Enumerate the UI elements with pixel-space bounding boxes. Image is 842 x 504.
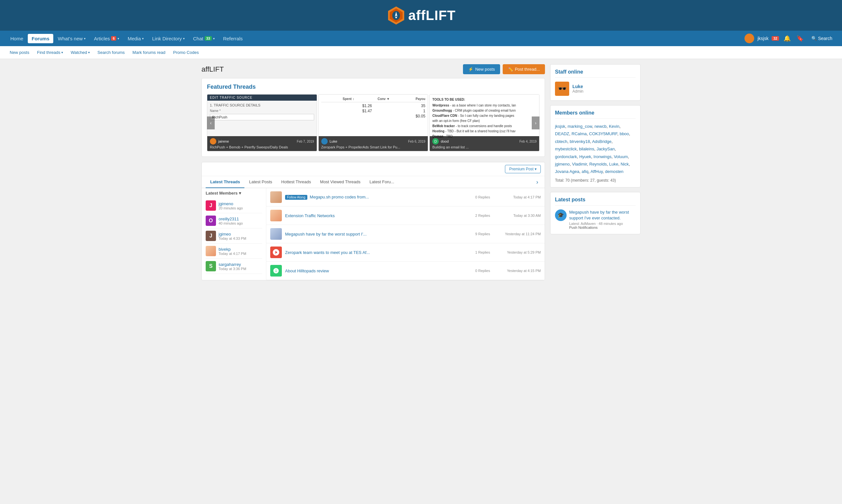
member-name-0[interactable]: jgimeno bbox=[218, 201, 262, 206]
featured-card-1[interactable]: EDIT TRAFFIC SOURCE 1. TRAFFIC SOURCE DE… bbox=[207, 94, 317, 151]
nav-whats-new[interactable]: What's new ▾ bbox=[54, 34, 89, 43]
staff-member-0: 🕶️ Luke Admin bbox=[555, 82, 636, 96]
nav-referrals[interactable]: Referrals bbox=[219, 34, 247, 43]
online-member-jackysan[interactable]: JackySan bbox=[597, 146, 615, 151]
member-name-1[interactable]: oreilly2311 bbox=[218, 216, 262, 221]
online-member-bboo[interactable]: bboo bbox=[619, 131, 629, 136]
online-member-demosten[interactable]: demosten bbox=[605, 169, 624, 174]
premium-post-button[interactable]: Premium Post ▾ bbox=[505, 165, 541, 173]
staff-name-0[interactable]: Luke bbox=[573, 84, 583, 89]
thread-title-3[interactable]: Zeropark team wants to meet you at TES A… bbox=[285, 250, 467, 255]
thread-thumb-3 bbox=[270, 247, 282, 258]
members-header[interactable]: Latest Members ▾ bbox=[206, 191, 262, 196]
card3-line1: Wordpress - as a base where I can store … bbox=[432, 103, 537, 108]
tab-latest-forums[interactable]: Latest Foru... bbox=[365, 176, 399, 188]
featured-cards: ‹ EDIT TRAFFIC SOURCE 1. TRAFFIC SOURCE … bbox=[207, 94, 540, 151]
card2-footer: Luke Feb 6, 2019 Zeropark Pops + Propell… bbox=[319, 136, 428, 151]
post-thread-button[interactable]: ✏️ Post thread... bbox=[503, 64, 545, 74]
nav-home[interactable]: Home bbox=[6, 34, 27, 43]
sub-nav-promo-codes[interactable]: Promo Codes bbox=[170, 49, 202, 56]
staff-online-card: Staff online 🕶️ Luke Admin bbox=[550, 64, 641, 101]
online-member-hyuek[interactable]: Hyuek bbox=[579, 154, 591, 159]
nav-media[interactable]: Media ▾ bbox=[124, 34, 147, 43]
online-member-afiq[interactable]: afiq bbox=[581, 169, 588, 174]
thread-replies-4: 0 Replies bbox=[470, 269, 495, 273]
card2-col1: Spent ↕ bbox=[321, 97, 354, 101]
online-member-voluum[interactable]: Voluum bbox=[614, 154, 628, 159]
online-member-marking_cow[interactable]: marking_cow bbox=[567, 124, 592, 129]
member-name-4[interactable]: sargaharrey bbox=[218, 262, 262, 267]
notification-badge: 32 bbox=[772, 36, 779, 41]
online-member-adsbridge[interactable]: AdsBridge bbox=[592, 139, 612, 144]
tab-latest-threads[interactable]: Latest Threads bbox=[206, 176, 244, 188]
online-member-vladimir[interactable]: Vladimir bbox=[572, 162, 587, 166]
new-posts-button[interactable]: ⚡ New posts bbox=[463, 64, 500, 74]
thread-time-3: Yesterday at 5:29 PM bbox=[499, 250, 541, 254]
featured-card-3[interactable]: TOOLS TO BE USED: Wordpress - as a base … bbox=[429, 94, 540, 151]
online-member-jgimeno[interactable]: jgimeno bbox=[555, 162, 570, 166]
tab-more-button[interactable]: › bbox=[534, 178, 541, 187]
member-time-4: Today at 3:36 PM bbox=[218, 267, 262, 271]
online-member-blrvenky18[interactable]: blrvenky18 bbox=[570, 139, 590, 144]
thread-replies-0: 0 Replies bbox=[470, 195, 495, 199]
tab-most-viewed[interactable]: Most Viewed Threads bbox=[315, 176, 365, 188]
members-header-label: Latest Members bbox=[206, 191, 238, 196]
sub-nav-watched[interactable]: Watched ▾ bbox=[68, 49, 93, 56]
card3-user-avatar: D bbox=[432, 138, 439, 145]
nav-articles[interactable]: Articles 6 ▾ bbox=[90, 34, 123, 43]
online-member-deadz[interactable]: DEADZ bbox=[555, 131, 569, 136]
online-member-cok3y5murf[interactable]: COK3Y5MURF bbox=[589, 131, 617, 136]
bookmark-icon[interactable]: 🔖 bbox=[795, 34, 805, 43]
sub-nav-find-threads[interactable]: Find threads ▾ bbox=[34, 49, 66, 56]
online-member-ironwings[interactable]: Ironwings bbox=[593, 154, 612, 159]
thread-time-0: Today at 4:17 PM bbox=[499, 195, 541, 199]
thread-title-0[interactable]: Follow Along Megapu.sh promo codes from.… bbox=[285, 195, 467, 200]
latest-post-text-0: Megapush have by far the worst support I… bbox=[569, 210, 636, 229]
thread-info-1: Extension Traffic Networks bbox=[285, 213, 467, 218]
sub-nav-search-forums[interactable]: Search forums bbox=[94, 49, 128, 56]
card2-r3c1: $0.05 bbox=[321, 114, 425, 119]
featured-card-2[interactable]: Spent ↕ Conv ▼ Payou $1.26 35 $1.47 1 bbox=[318, 94, 428, 151]
notification-bell-icon[interactable]: 🔔 bbox=[782, 34, 792, 43]
sub-nav-mark-read[interactable]: Mark forums read bbox=[129, 49, 169, 56]
online-member-kevin[interactable]: Kevin bbox=[609, 124, 619, 129]
online-member-jksjsk[interactable]: jksjsk bbox=[555, 124, 565, 129]
card2-r2c1: $1.47 bbox=[321, 109, 372, 113]
latest-post-title-0[interactable]: Megapush have by far the worst support I… bbox=[569, 210, 636, 221]
card3-footer: D dood Feb 4, 2019 Building an email lis… bbox=[430, 136, 539, 151]
carousel-next-button[interactable]: › bbox=[532, 116, 540, 129]
member-name-3[interactable]: bivekp bbox=[218, 247, 262, 252]
tab-latest-posts[interactable]: Latest Posts bbox=[244, 176, 277, 188]
thread-time-2: Yesterday at 11:24 PM bbox=[499, 232, 541, 236]
card1-user-avatar bbox=[210, 138, 216, 145]
thread-time-4: Yesterday at 4:15 PM bbox=[499, 269, 541, 273]
online-member-cbtech[interactable]: cbtech bbox=[555, 139, 567, 144]
member-name-2[interactable]: jgimeo bbox=[218, 232, 262, 236]
nav-forums[interactable]: Forums bbox=[28, 34, 53, 43]
online-member-nick[interactable]: Nick bbox=[620, 162, 629, 166]
online-member-luke[interactable]: Luke bbox=[609, 162, 618, 166]
member-info-4: sargaharrey Today at 3:36 PM bbox=[218, 262, 262, 271]
online-member-bilaleins[interactable]: bilaleins bbox=[579, 146, 594, 151]
carousel-prev-button[interactable]: ‹ bbox=[207, 116, 215, 129]
sub-nav-new-posts[interactable]: New posts bbox=[6, 49, 33, 56]
search-button[interactable]: 🔍 Search bbox=[808, 34, 836, 43]
thread-title-2[interactable]: Megapush have by far the worst support I… bbox=[285, 232, 467, 236]
online-member-newcb[interactable]: newcb bbox=[594, 124, 607, 129]
tab-hottest-threads[interactable]: Hottest Threads bbox=[277, 176, 315, 188]
online-member-jovana[interactable]: Jovana Agea bbox=[555, 169, 579, 174]
members-header-chevron: ▾ bbox=[239, 191, 241, 196]
thread-info-3: Zeropark team wants to meet you at TES A… bbox=[285, 250, 467, 255]
thread-title-4[interactable]: About Hilltopads review bbox=[285, 268, 467, 273]
thread-title-1[interactable]: Extension Traffic Networks bbox=[285, 213, 467, 218]
thread-time-1: Today at 3:30 AM bbox=[499, 214, 541, 217]
site-logo[interactable]: affLIFT bbox=[386, 6, 456, 25]
online-member-affhuy[interactable]: AffHuy bbox=[591, 169, 603, 174]
card1-username: jairene bbox=[218, 139, 229, 143]
nav-link-directory[interactable]: Link Directory ▾ bbox=[148, 34, 189, 43]
online-member-rcalma[interactable]: RCalma bbox=[572, 131, 586, 136]
online-member-reynolds[interactable]: Reynolds bbox=[589, 162, 607, 166]
online-member-gordonclark[interactable]: gordonclark bbox=[555, 154, 577, 159]
online-member-mybestclick[interactable]: mybestclick bbox=[555, 146, 577, 151]
nav-chat[interactable]: Chat 33 ▾ bbox=[189, 34, 218, 43]
